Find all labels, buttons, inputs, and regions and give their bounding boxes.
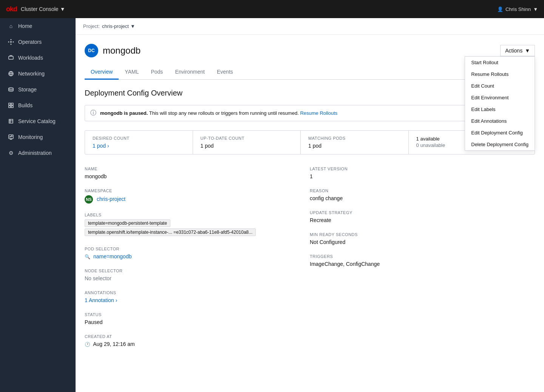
page-title: mongodb: [103, 45, 141, 56]
info-icon: ⓘ: [90, 109, 96, 117]
label-tag[interactable]: template=mongodb-persistent-template: [85, 219, 170, 227]
svg-rect-5: [9, 56, 13, 59]
action-edit-deployment-config[interactable]: Edit Deployment Config: [465, 127, 535, 139]
action-delete-deployment-config[interactable]: Delete Deployment Config: [465, 139, 535, 150]
svg-rect-11: [11, 106, 13, 108]
svg-point-7: [9, 88, 13, 89]
label-tag[interactable]: template.openshift.io/template-instance-…: [85, 228, 256, 236]
action-edit-count[interactable]: Edit Count: [465, 80, 535, 92]
detail-node-selector: NODE SELECTOR No selector: [85, 269, 310, 281]
uptodate-count-cell: UP-TO-DATE COUNT 1 pod: [193, 131, 301, 154]
alert-text: mongodb is paused. This will stop any ne…: [100, 110, 337, 116]
actions-container: Actions ▼ Start Rollout Resume Rollouts …: [500, 45, 535, 56]
svg-point-1: [11, 39, 12, 40]
sidebar-item-builds[interactable]: Builds: [0, 97, 76, 113]
sidebar-item-service-catalog[interactable]: Service Catalog: [0, 113, 76, 129]
dc-badge: DC: [85, 44, 98, 57]
project-label: Project:: [83, 23, 100, 29]
sidebar-item-label: Service Catalog: [18, 118, 56, 124]
builds-icon: [8, 102, 14, 109]
tab-environment[interactable]: Environment: [169, 65, 211, 80]
main-content: DC mongodb Actions ▼ Start Rollout Resum…: [76, 35, 544, 392]
desired-count-cell: DESIRED COUNT 1 pod ›: [85, 131, 193, 154]
detail-namespace: NAMESPACE NS chris-project: [85, 188, 310, 204]
chevron-down-icon: ▼: [60, 6, 65, 12]
tab-yaml[interactable]: YAML: [119, 65, 145, 80]
pod-selector-link[interactable]: name=mongodb: [93, 253, 132, 259]
sidebar-item-monitoring[interactable]: Monitoring: [0, 129, 76, 145]
monitoring-icon: [8, 134, 14, 140]
uptodate-count-value: 1 pod: [201, 143, 293, 149]
sidebar-item-home[interactable]: ⌂ Home: [0, 18, 76, 34]
top-nav: okd Cluster Console ▼ 👤 Chris Shinn ▼: [0, 0, 544, 18]
labels-list: template=mongodb-persistent-template tem…: [85, 219, 310, 238]
actions-dropdown: Start Rollout Resume Rollouts Edit Count…: [465, 56, 535, 151]
page-header: DC mongodb Actions ▼ Start Rollout Resum…: [85, 44, 535, 57]
detail-min-ready-seconds: MIN READY SECONDS Not Configured: [310, 232, 535, 245]
admin-icon: ⚙: [8, 150, 14, 156]
sidebar-item-label: Home: [18, 23, 32, 29]
desired-count-value[interactable]: 1 pod ›: [93, 143, 185, 149]
user-icon: 👤: [497, 6, 503, 12]
desired-count-label: DESIRED COUNT: [93, 136, 185, 140]
user-menu[interactable]: 👤 Chris Shinn ▼: [497, 6, 538, 12]
sidebar-item-storage[interactable]: Storage: [0, 82, 76, 97]
svg-rect-9: [11, 103, 13, 105]
action-resume-rollouts[interactable]: Resume Rollouts: [465, 68, 535, 80]
detail-reason: REASON config change: [310, 188, 535, 201]
search-icon: 🔍: [85, 254, 90, 259]
namespace-link[interactable]: chris-project: [97, 196, 125, 202]
svg-rect-8: [9, 103, 11, 105]
project-selector[interactable]: chris-project ▼: [102, 23, 135, 29]
storage-icon: [8, 86, 14, 93]
actions-button[interactable]: Actions ▼: [500, 45, 535, 56]
sidebar: ⌂ Home Operators Workloads Networking St…: [0, 18, 76, 392]
sidebar-item-label: Storage: [18, 86, 37, 93]
detail-latest-version: LATEST VERSION 1: [310, 167, 535, 179]
clock-icon: 🕐: [85, 342, 90, 347]
tab-pods[interactable]: Pods: [145, 65, 169, 80]
chevron-down-icon: ▼: [525, 48, 530, 54]
networking-icon: [8, 70, 14, 77]
resume-rollouts-link[interactable]: Resume Rollouts: [300, 110, 337, 116]
home-icon: ⌂: [8, 23, 14, 29]
okd-logo: okd: [6, 5, 17, 13]
sidebar-item-networking[interactable]: Networking: [0, 66, 76, 82]
workloads-icon: [8, 54, 14, 61]
sidebar-item-label: Operators: [18, 39, 42, 45]
tab-events[interactable]: Events: [211, 65, 239, 80]
detail-created-at: CREATED AT 🕐 Aug 29, 12:16 am: [85, 334, 310, 347]
sidebar-item-label: Monitoring: [18, 134, 43, 140]
detail-update-strategy: UPDATE STRATEGY Recreate: [310, 210, 535, 223]
sidebar-item-label: Networking: [18, 71, 45, 77]
details-right: LATEST VERSION 1 REASON config change UP…: [310, 167, 535, 356]
svg-point-3: [8, 42, 9, 43]
action-edit-labels[interactable]: Edit Labels: [465, 103, 535, 115]
details-left: NAME mongodb NAMESPACE NS chris-project …: [85, 167, 310, 356]
project-bar: Project: chris-project ▼: [76, 18, 544, 35]
annotations-link[interactable]: 1 Annotation ›: [85, 297, 117, 303]
action-start-rollout[interactable]: Start Rollout: [465, 57, 535, 68]
sidebar-item-administration[interactable]: ⚙ Administration: [0, 145, 76, 161]
sidebar-item-operators[interactable]: Operators: [0, 34, 76, 50]
sidebar-item-workloads[interactable]: Workloads: [0, 50, 76, 66]
action-edit-environment[interactable]: Edit Environment: [465, 92, 535, 103]
matching-pods-value: 1 pod: [308, 143, 401, 149]
detail-annotations: ANNOTATIONS 1 Annotation ›: [85, 290, 310, 303]
chevron-down-icon: ▼: [130, 23, 135, 29]
cluster-console-button[interactable]: Cluster Console ▼: [21, 6, 65, 12]
svg-point-2: [11, 44, 12, 45]
svg-point-0: [10, 41, 12, 43]
matching-pods-label: MATCHING PODS: [308, 136, 401, 140]
chevron-down-icon: ▼: [533, 6, 538, 12]
ns-badge: NS: [85, 195, 93, 204]
tab-overview[interactable]: Overview: [85, 65, 119, 80]
action-edit-annotations[interactable]: Edit Annotations: [465, 115, 535, 127]
sidebar-item-label: Builds: [18, 102, 32, 108]
detail-triggers: TRIGGERS ImageChange, ConfigChange: [310, 254, 535, 267]
matching-pods-cell: MATCHING PODS 1 pod: [301, 131, 409, 154]
details-grid: NAME mongodb NAMESPACE NS chris-project …: [85, 167, 535, 356]
page-title-row: DC mongodb: [85, 44, 141, 57]
svg-rect-10: [9, 106, 11, 108]
detail-status: STATUS Paused: [85, 312, 310, 325]
